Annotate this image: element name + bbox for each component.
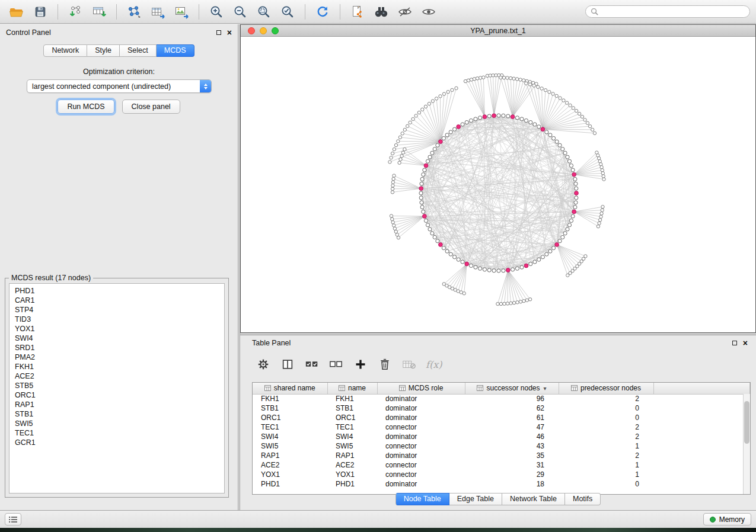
show-columns-button[interactable]: [280, 357, 295, 372]
mcds-result-item[interactable]: SWI4: [9, 334, 224, 343]
import-table-button[interactable]: [88, 3, 110, 21]
column-header-shared-name[interactable]: shared name: [253, 383, 327, 394]
delete-column-button[interactable]: [377, 357, 393, 372]
tab-motifs[interactable]: Motifs: [565, 493, 601, 505]
zoom-out-button[interactable]: [229, 3, 251, 21]
tab-style[interactable]: Style: [87, 44, 120, 57]
optimization-criterion-dropdown[interactable]: largest connected component (undirected): [27, 79, 212, 93]
float-panel-icon[interactable]: [732, 341, 737, 345]
select-all-rows-button[interactable]: [304, 357, 320, 372]
save-session-button[interactable]: [30, 3, 51, 21]
show-panels-button[interactable]: [5, 513, 21, 525]
delete-table-button-disabled[interactable]: [401, 357, 417, 372]
cell-role: connector: [377, 422, 465, 432]
mcds-result-list[interactable]: PHD1CAR1STP4TID3YOX1SWI4SRD1PMA2FKH1ACE2…: [9, 283, 225, 493]
zoom-in-button[interactable]: [206, 3, 227, 21]
column-header-predecessor-nodes[interactable]: predecessor nodes: [559, 383, 653, 394]
search-input[interactable]: [601, 8, 745, 16]
table-row[interactable]: ORC1ORC1dominator610: [253, 413, 750, 422]
deselect-all-rows-button[interactable]: [328, 357, 344, 372]
close-window-icon[interactable]: [248, 27, 255, 34]
cell-filler: [653, 432, 750, 441]
new-network-button[interactable]: [123, 3, 145, 21]
cell-successors: 35: [465, 451, 559, 460]
mcds-buttons-row: Run MCDS Close panel: [0, 100, 238, 114]
close-panel-icon[interactable]: ×: [743, 340, 748, 346]
global-search-box[interactable]: [585, 5, 750, 18]
mcds-result-item[interactable]: SWI5: [9, 419, 224, 428]
mcds-result-item[interactable]: RAP1: [9, 400, 224, 409]
mcds-result-item[interactable]: ACE2: [9, 371, 224, 381]
mcds-result-item[interactable]: CAR1: [9, 296, 224, 305]
cell-role: dominator: [377, 403, 465, 413]
table-row[interactable]: RAP1RAP1dominator352: [253, 451, 750, 460]
import-network-button[interactable]: [65, 3, 86, 21]
table-row[interactable]: YOX1YOX1connector291: [253, 470, 750, 479]
mcds-result-item[interactable]: GCR1: [9, 438, 224, 447]
mcds-result-item[interactable]: FKH1: [9, 362, 224, 371]
refresh-button[interactable]: [312, 3, 333, 21]
cell-filler: [653, 413, 750, 422]
zoom-fit-button[interactable]: [253, 3, 275, 21]
import-network-icon: [68, 5, 82, 19]
mcds-result-item[interactable]: TID3: [9, 315, 224, 324]
float-panel-icon[interactable]: [216, 30, 221, 35]
network-window-titlebar[interactable]: YPA_prune.txt_1: [241, 25, 755, 37]
table-scrollbar[interactable]: [743, 394, 750, 494]
mcds-result-item[interactable]: STB1: [9, 409, 224, 419]
close-panel-icon[interactable]: ×: [227, 30, 232, 36]
tab-network-table[interactable]: Network Table: [502, 493, 565, 505]
toolbar-separator: [58, 4, 58, 20]
mcds-result-item[interactable]: STP4: [9, 305, 224, 315]
table-type-tabs: Node TableEdge TableNetwork TableMotifs: [240, 493, 756, 505]
mcds-result-item[interactable]: PMA2: [9, 352, 224, 362]
mcds-result-item[interactable]: SRD1: [9, 343, 224, 352]
tab-mcds[interactable]: MCDS: [157, 44, 194, 57]
export-image-button[interactable]: [171, 3, 192, 21]
export-table-button[interactable]: [147, 3, 168, 21]
minimize-window-icon[interactable]: [260, 27, 267, 34]
cell-filler: [653, 460, 750, 470]
add-column-button[interactable]: [353, 357, 368, 372]
table-row[interactable]: FKH1FKH1dominator962: [253, 394, 750, 403]
mcds-result-item[interactable]: YOX1: [9, 324, 224, 334]
table-row[interactable]: SWI4SWI4dominator462: [253, 432, 750, 441]
column-header-name[interactable]: name: [327, 383, 377, 394]
open-session-button[interactable]: [6, 3, 27, 21]
tab-edge-table[interactable]: Edge Table: [449, 493, 502, 505]
cell-role: dominator: [377, 432, 465, 441]
apply-function-button[interactable]: f(x): [426, 359, 442, 370]
table-options-button[interactable]: [256, 357, 271, 372]
network-view-window: YPA_prune.txt_1: [240, 24, 756, 333]
hide-selected-button[interactable]: [394, 3, 416, 21]
maximize-window-icon[interactable]: [272, 27, 279, 34]
mcds-result-item[interactable]: ORC1: [9, 390, 224, 400]
cell-successors: 43: [465, 441, 559, 451]
network-canvas[interactable]: [241, 37, 755, 332]
column-header-MCDS-role[interactable]: MCDS role: [377, 383, 465, 394]
column-type-icon: [339, 385, 345, 391]
cell-predecessors: 0: [559, 479, 653, 489]
tab-select[interactable]: Select: [120, 44, 157, 57]
run-mcds-button[interactable]: Run MCDS: [58, 100, 114, 114]
mcds-result-item[interactable]: STB5: [9, 381, 224, 390]
tab-node-table[interactable]: Node Table: [395, 493, 449, 505]
table-row[interactable]: TEC1TEC1connector472: [253, 422, 750, 432]
tab-network[interactable]: Network: [43, 44, 87, 57]
table-row[interactable]: ACE2ACE2connector311: [253, 460, 750, 470]
network-graph[interactable]: [241, 37, 755, 333]
zoom-selected-button[interactable]: [277, 3, 298, 21]
column-header-successor-nodes[interactable]: successor nodes▾: [465, 383, 559, 394]
table-row[interactable]: SWI5SWI5connector431: [253, 441, 750, 451]
mcds-result-item[interactable]: PHD1: [9, 286, 224, 296]
memory-button[interactable]: Memory: [703, 513, 751, 525]
table-row[interactable]: PHD1PHD1dominator180: [253, 479, 750, 489]
cell-filler: [653, 479, 750, 489]
close-panel-button[interactable]: Close panel: [122, 100, 180, 114]
network-from-selection-button[interactable]: [347, 3, 368, 21]
scrollbar-thumb[interactable]: [744, 401, 749, 444]
show-all-button[interactable]: [418, 3, 439, 21]
mcds-result-item[interactable]: TEC1: [9, 428, 224, 438]
table-row[interactable]: STB1STB1dominator620: [253, 403, 750, 413]
search-network-button[interactable]: [371, 3, 392, 21]
